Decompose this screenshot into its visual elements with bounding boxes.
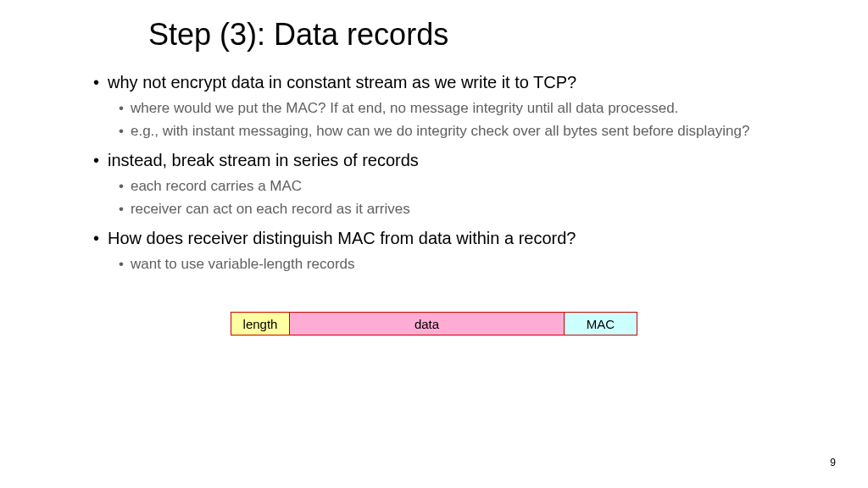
bullet-dot: • <box>93 149 99 171</box>
bullet-dot: • <box>119 177 124 196</box>
bullet-dot: • <box>93 227 99 249</box>
bullet-item: • why not encrypt data in constant strea… <box>93 71 809 93</box>
bullet-text: instead, break stream in series of recor… <box>108 149 419 171</box>
sub-bullet-item: • e.g., with instant messaging, how can … <box>119 122 809 141</box>
bullet-dot: • <box>119 99 124 118</box>
sub-bullet-text: e.g., with instant messaging, how can we… <box>131 122 749 141</box>
diagram-cell-data: data <box>289 313 564 335</box>
page-number: 9 <box>830 457 836 469</box>
bullet-dot: • <box>119 122 124 141</box>
bullet-dot: • <box>119 255 124 274</box>
sub-bullet-group: • want to use variable-length records <box>119 255 809 274</box>
bullet-dot: • <box>119 200 124 219</box>
sub-bullet-item: • where would we put the MAC? If at end,… <box>119 99 809 118</box>
record-diagram: length data MAC <box>231 312 637 336</box>
sub-bullet-group: • where would we put the MAC? If at end,… <box>119 99 809 141</box>
sub-bullet-text: each record carries a MAC <box>131 177 302 196</box>
diagram-cell-length: length <box>231 313 289 335</box>
sub-bullet-text: receiver can act on each record as it ar… <box>131 200 410 219</box>
bullet-text: How does receiver distinguish MAC from d… <box>108 227 576 249</box>
bullet-text: why not encrypt data in constant stream … <box>108 71 576 93</box>
sub-bullet-item: • each record carries a MAC <box>119 177 809 196</box>
sub-bullet-group: • each record carries a MAC • receiver c… <box>119 177 809 219</box>
sub-bullet-item: • want to use variable-length records <box>119 255 809 274</box>
diagram-cell-mac: MAC <box>564 313 637 335</box>
sub-bullet-text: want to use variable-length records <box>131 255 355 274</box>
sub-bullet-item: • receiver can act on each record as it … <box>119 200 809 219</box>
bullet-item: • How does receiver distinguish MAC from… <box>93 227 809 249</box>
sub-bullet-text: where would we put the MAC? If at end, n… <box>131 99 678 118</box>
bullet-dot: • <box>93 71 99 93</box>
bullet-item: • instead, break stream in series of rec… <box>93 149 809 171</box>
slide-title: Step (3): Data records <box>148 17 868 53</box>
slide-content: • why not encrypt data in constant strea… <box>93 71 809 274</box>
